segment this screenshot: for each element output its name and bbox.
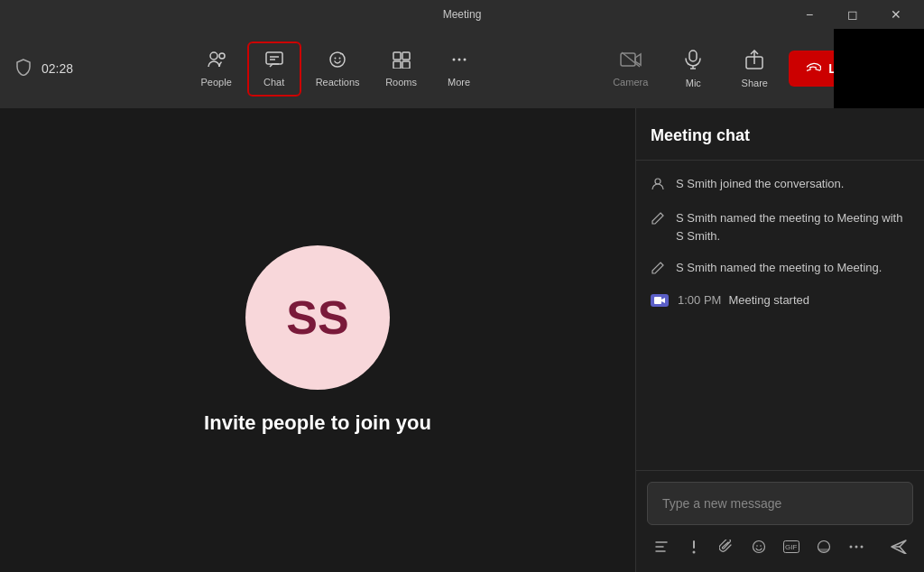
svg-rect-8 [393, 52, 401, 60]
svg-rect-10 [393, 61, 401, 69]
gif-button[interactable]: GIF [777, 532, 806, 561]
mic-button[interactable]: Mic [666, 42, 720, 96]
attach-button[interactable] [712, 532, 741, 561]
svg-rect-24 [693, 540, 695, 549]
camera-icon [620, 51, 642, 73]
people-icon [207, 51, 226, 73]
sticker-button[interactable] [809, 532, 838, 561]
people-label: People [201, 77, 232, 88]
avatar-initials: SS [286, 291, 348, 345]
toolbar: 02:28 People [0, 29, 924, 108]
camera-label: Camera [613, 77, 648, 88]
rooms-icon [392, 51, 411, 73]
nav-items: People Chat [189, 42, 486, 97]
window-controls: − ◻ ✕ [789, 0, 917, 29]
phone-icon [807, 61, 821, 76]
svg-rect-23 [654, 297, 661, 304]
title-bar: Meeting − ◻ ✕ [0, 0, 924, 29]
svg-point-0 [210, 52, 217, 60]
meeting-started-label: Meeting started [728, 293, 809, 307]
avatar: SS [245, 245, 390, 390]
important-button[interactable] [679, 532, 708, 561]
meeting-time: 1:00 PM [678, 293, 721, 307]
video-camera-icon [651, 294, 669, 307]
camera-button[interactable]: Camera [602, 43, 659, 95]
mic-label: Mic [686, 78, 701, 88]
minimize-button[interactable]: − [789, 0, 830, 29]
black-video-area [834, 29, 924, 108]
share-button[interactable]: Share [727, 42, 781, 96]
svg-rect-9 [402, 52, 410, 60]
svg-line-16 [622, 52, 640, 67]
close-button[interactable]: ✕ [875, 0, 917, 29]
chat-messages: S Smith joined the conversation. S Smith… [636, 161, 924, 470]
nav-more[interactable]: More [432, 43, 486, 95]
main-area: SS Invite people to join you Meeting cha… [0, 108, 924, 572]
shield-icon [14, 58, 32, 80]
window-title: Meeting [443, 8, 482, 21]
join-message: S Smith joined the conversation. [676, 175, 844, 193]
nav-people[interactable]: People [189, 43, 244, 95]
chat-label: Chat [263, 77, 284, 88]
svg-point-14 [463, 58, 466, 60]
chat-event-rename1: S Smith named the meeting to Meeting wit… [651, 209, 910, 244]
timer-display: 02:28 [42, 61, 73, 76]
svg-rect-2 [266, 52, 282, 64]
mic-icon [685, 50, 701, 74]
more-options-button[interactable] [842, 532, 871, 561]
toolbar-icon-group: GIF [647, 532, 871, 561]
share-label: Share [742, 78, 768, 88]
svg-point-12 [452, 58, 455, 60]
svg-point-1 [219, 53, 225, 59]
share-icon [745, 50, 763, 74]
svg-text:GIF: GIF [785, 543, 797, 551]
pencil-icon-2 [651, 261, 665, 279]
nav-reactions[interactable]: Reactions [305, 43, 371, 95]
svg-point-33 [855, 546, 858, 549]
meeting-started-text: 1:00 PM Meeting started [678, 293, 809, 307]
chat-icon [264, 51, 284, 73]
timer-section: 02:28 [14, 58, 73, 80]
reactions-label: Reactions [316, 77, 360, 88]
rename1-message: S Smith named the meeting to Meeting wit… [676, 209, 910, 244]
nav-chat[interactable]: Chat [247, 42, 301, 97]
chat-header: Meeting chat [636, 108, 924, 161]
emoji-button[interactable] [744, 532, 773, 561]
chat-title: Meeting chat [651, 126, 910, 145]
chat-panel: Meeting chat S Smith joined the conversa… [635, 108, 924, 572]
message-input[interactable] [647, 482, 913, 525]
chat-input-area: GIF [636, 470, 924, 572]
svg-rect-11 [402, 61, 410, 69]
chat-event-join: S Smith joined the conversation. [651, 175, 910, 195]
svg-point-27 [756, 545, 758, 547]
svg-rect-15 [621, 53, 635, 66]
reactions-icon [328, 51, 347, 73]
more-label: More [448, 77, 470, 88]
maximize-button[interactable]: ◻ [832, 0, 873, 29]
svg-point-25 [693, 551, 696, 554]
more-icon [449, 51, 469, 73]
chat-event-started: 1:00 PM Meeting started [651, 293, 910, 307]
svg-point-13 [457, 58, 460, 60]
svg-point-22 [655, 179, 661, 184]
nav-rooms[interactable]: Rooms [374, 43, 429, 95]
invite-text: Invite people to join you [204, 411, 431, 435]
input-toolbar: GIF [647, 525, 913, 561]
pencil-icon-1 [651, 211, 665, 229]
svg-point-34 [861, 546, 864, 549]
person-icon [651, 177, 665, 195]
svg-rect-17 [689, 51, 697, 61]
rename2-message: S Smith named the meeting to Meeting. [676, 259, 882, 277]
svg-point-28 [760, 545, 762, 547]
format-text-button[interactable] [647, 532, 676, 561]
svg-point-6 [335, 57, 337, 59]
chat-event-rename2: S Smith named the meeting to Meeting. [651, 259, 910, 279]
svg-point-32 [850, 546, 853, 549]
video-area: SS Invite people to join you [0, 108, 635, 572]
svg-point-7 [339, 57, 341, 59]
send-button[interactable] [884, 532, 913, 561]
rooms-label: Rooms [385, 77, 417, 88]
